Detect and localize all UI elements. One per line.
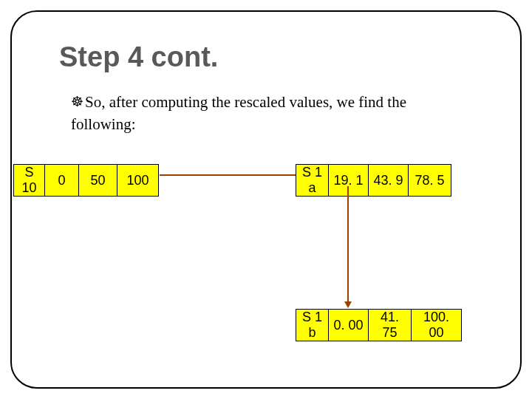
- table-row: S 10 0 50 100: [14, 165, 159, 197]
- cell-value: 0. 00: [329, 310, 369, 341]
- cell-label: S 10: [14, 165, 45, 197]
- body-text: ☸So, after computing the rescaled values…: [71, 92, 485, 135]
- cell-value: 0: [45, 165, 79, 197]
- cell-value: 50: [79, 165, 117, 197]
- body-line-2: following:: [71, 114, 485, 134]
- connector-horizontal: [160, 174, 296, 176]
- bullet-icon: ☸: [71, 92, 83, 112]
- slide: Step 4 cont. ☸So, after computing the re…: [0, 0, 532, 399]
- table-s1a: S 1 a 19. 1 43. 9 78. 5: [296, 164, 451, 197]
- cell-value: 100: [117, 165, 159, 197]
- body-line-1: So, after computing the rescaled values,…: [85, 93, 406, 111]
- arrowhead-icon: [344, 301, 352, 308]
- connector-vertical: [347, 186, 349, 304]
- table-s10: S 10 0 50 100: [13, 164, 159, 197]
- cell-value: 41. 75: [369, 310, 412, 341]
- cell-value: 100. 00: [412, 310, 462, 341]
- cell-label: S 1 b: [296, 310, 329, 341]
- cell-label: S 1 a: [296, 165, 329, 197]
- table-s1b: S 1 b 0. 00 41. 75 100. 00: [296, 309, 462, 341]
- table-row: S 1 b 0. 00 41. 75 100. 00: [296, 310, 462, 341]
- cell-value: 19. 1: [329, 165, 369, 197]
- cell-value: 43. 9: [369, 165, 409, 197]
- table-row: S 1 a 19. 1 43. 9 78. 5: [296, 165, 451, 197]
- slide-title: Step 4 cont.: [59, 41, 218, 73]
- cell-value: 78. 5: [409, 165, 451, 197]
